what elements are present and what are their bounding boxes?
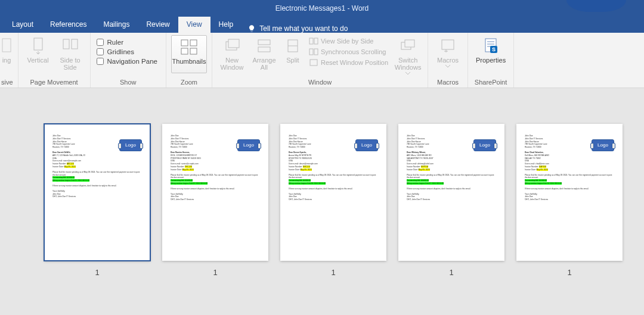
gridlines-label: Gridlines (107, 48, 134, 55)
svg-rect-0 (2, 39, 11, 52)
gridlines-checkbox[interactable]: Gridlines (97, 48, 157, 55)
svg-rect-9 (228, 39, 239, 48)
svg-rect-17 (314, 49, 318, 55)
split-icon (287, 38, 299, 54)
page-thumbnail[interactable]: LogoJohn DoeJohn Doe IT ServicesJohn Doe… (516, 124, 623, 277)
lightbulb-icon (247, 24, 256, 33)
macros-label: Macros (437, 57, 459, 64)
new-window-label: New Window (219, 57, 244, 71)
properties-label: Properties (476, 57, 506, 64)
arrange-all-button[interactable]: Arrange All (249, 35, 279, 72)
svg-rect-20 (405, 40, 414, 47)
group-window: New Window Arrange All Split View Side b… (212, 33, 428, 88)
ribbon: ing sive Vertical Side to Side Page Move… (0, 33, 644, 88)
page-content: LogoJohn DoeJohn Doe IT ServicesJohn Doe… (162, 124, 268, 261)
thumbnail-workspace: LogoJohn DoeJohn Doe IT ServicesJohn Doe… (0, 88, 644, 277)
svg-rect-15 (314, 38, 318, 44)
logo-badge: Logo (119, 139, 142, 151)
tab-review[interactable]: Review (138, 17, 178, 33)
tab-references[interactable]: References (42, 17, 95, 33)
logo-badge: Logo (473, 139, 496, 151)
ruler-checkbox[interactable]: Ruler (97, 39, 157, 46)
tab-layout[interactable]: Layout (4, 17, 42, 33)
svg-rect-2 (63, 39, 69, 49)
group-sharepoint: S Properties SharePoint (468, 33, 514, 88)
group-immersive: ing sive (0, 33, 18, 88)
page-number: 1 (567, 268, 571, 277)
page-content: LogoJohn DoeJohn Doe IT ServicesJohn Doe… (516, 124, 623, 261)
svg-rect-6 (181, 48, 188, 54)
window-title: Electronic Messages1 - Word (275, 4, 369, 13)
svg-text:S: S (492, 46, 496, 52)
arrange-all-label: Arrange All (252, 57, 277, 71)
vertical-label: Vertical (27, 57, 49, 64)
group-label-sharepoint: SharePoint (473, 79, 509, 88)
svg-rect-18 (310, 60, 317, 66)
sync-label: Synchronous Scrolling (321, 48, 386, 55)
thumbnails-icon (180, 39, 198, 55)
immersive-button-cut[interactable]: ing (1, 35, 12, 65)
split-label: Split (286, 57, 299, 64)
title-bar: Electronic Messages1 - Word (0, 0, 644, 17)
properties-button[interactable]: S Properties (473, 35, 509, 65)
svg-rect-16 (309, 49, 313, 55)
group-show: Ruler Gridlines Navigation Pane Show (91, 33, 166, 88)
group-macros: Macros Macros (428, 33, 468, 88)
page-thumbnail[interactable]: LogoJohn DoeJohn Doe IT ServicesJohn Doe… (398, 124, 504, 277)
tell-me-search[interactable]: Tell me what you want to do (242, 24, 354, 33)
view-side-by-side-button[interactable]: View Side by Side (306, 36, 391, 46)
svg-rect-11 (258, 47, 270, 52)
page-thumbnail[interactable]: LogoJohn DoeJohn Doe IT ServicesJohn Doe… (44, 124, 150, 277)
split-button[interactable]: Split (281, 35, 304, 65)
tab-view[interactable]: View (178, 17, 210, 33)
vertical-icon (32, 37, 44, 55)
sync-scroll-button[interactable]: Synchronous Scrolling (306, 47, 391, 57)
logo-badge: Logo (355, 139, 378, 151)
group-zoom: Thumbnails Zoom (166, 33, 212, 88)
vertical-button[interactable]: Vertical (23, 35, 53, 65)
svg-rect-5 (190, 40, 197, 46)
thumbnails-button[interactable]: Thumbnails (171, 35, 207, 73)
new-window-icon (224, 38, 240, 54)
reset-window-button[interactable]: Reset Window Position (306, 58, 391, 67)
ribbon-tabs: Layout References Mailings Review View H… (0, 17, 644, 33)
page-number: 1 (449, 268, 453, 277)
nav-pane-checkbox[interactable]: Navigation Pane (97, 58, 157, 65)
arrange-all-icon (257, 38, 271, 54)
side-to-side-icon (61, 37, 80, 55)
tab-mailings[interactable]: Mailings (95, 17, 138, 33)
logo-badge: Logo (592, 139, 614, 151)
side-by-side-icon (309, 37, 318, 45)
page-number: 1 (95, 268, 99, 277)
document-icon (2, 38, 11, 54)
svg-rect-14 (309, 38, 313, 44)
group-label-window: Window (217, 79, 423, 88)
page-thumbnail[interactable]: LogoJohn DoeJohn Doe IT ServicesJohn Doe… (162, 124, 268, 277)
title-decoration (566, 0, 626, 12)
group-label-page-movement: Page Movement (23, 79, 85, 88)
page-number: 1 (331, 268, 335, 277)
svg-rect-1 (34, 38, 42, 50)
switch-windows-label: Switch Windows (395, 57, 422, 71)
macros-button[interactable]: Macros (433, 35, 463, 69)
switch-windows-button[interactable]: Switch Windows (393, 35, 423, 76)
tell-me-label: Tell me what you want to do (259, 24, 348, 33)
svg-rect-4 (181, 40, 188, 46)
page-content: LogoJohn DoeJohn Doe IT ServicesJohn Doe… (398, 124, 504, 261)
svg-rect-7 (190, 48, 197, 54)
tab-help[interactable]: Help (210, 17, 242, 33)
thumbnails-label: Thumbnails (172, 58, 206, 65)
chevron-down-icon (445, 65, 450, 68)
page-thumbnail[interactable]: LogoJohn DoeJohn Doe IT ServicesJohn Doe… (280, 124, 386, 277)
reset-label: Reset Window Position (321, 59, 388, 66)
svg-rect-3 (72, 39, 78, 49)
new-window-button[interactable]: New Window (217, 35, 247, 72)
group-label-zoom: Zoom (171, 79, 207, 88)
group-page-movement: Vertical Side to Side Page Movement (18, 33, 91, 88)
side-to-side-button[interactable]: Side to Side (55, 35, 85, 72)
chevron-down-icon (405, 72, 410, 75)
cut-label: ing (2, 57, 11, 64)
svg-rect-10 (258, 40, 270, 45)
svg-rect-21 (442, 40, 454, 49)
group-label-macros: Macros (433, 79, 463, 88)
